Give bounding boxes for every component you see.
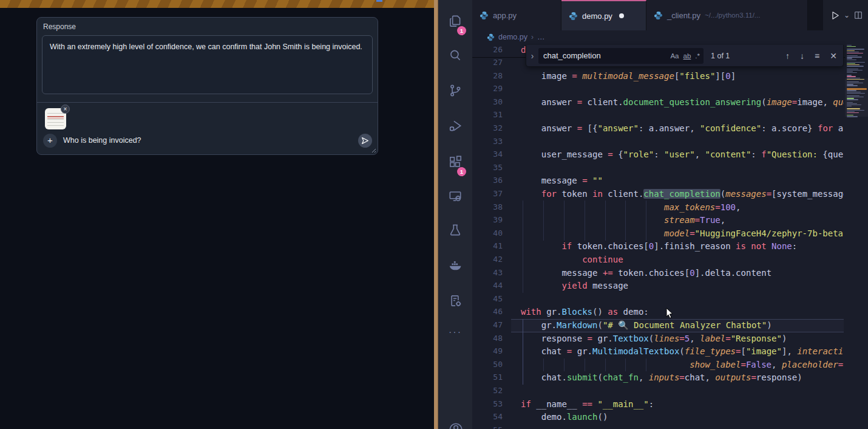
- remote-explorer-icon: [447, 188, 463, 204]
- sidebar-item-source-control[interactable]: [438, 77, 472, 106]
- remove-attachment-button[interactable]: ×: [61, 105, 70, 114]
- find-in-selection-button[interactable]: ≡: [815, 51, 819, 61]
- code-text: message = "": [521, 176, 603, 185]
- code-line-32[interactable]: 32 answer = [{"answer": a.answer, "confi…: [472, 122, 844, 136]
- sidebar-item-explorer[interactable]: 1: [438, 7, 472, 36]
- chat-input-text[interactable]: Who is being invoiced?: [63, 136, 141, 145]
- indent-guide: [564, 201, 565, 241]
- line-number: 32: [472, 123, 503, 132]
- code-text: chat.submit(chat_fn, inputs=chat, output…: [521, 372, 802, 382]
- breadcrumb-more[interactable]: …: [537, 33, 545, 41]
- breadcrumb[interactable]: demo.py › …: [472, 30, 868, 44]
- line-number: 31: [472, 110, 503, 119]
- code-text: message += token.choices[0].delta.conten…: [521, 268, 771, 278]
- code-line-31[interactable]: 31: [472, 109, 844, 122]
- code-line-41[interactable]: 41 if token.choices[0].finish_reason is …: [472, 240, 844, 253]
- regex-toggle[interactable]: .*: [695, 52, 700, 60]
- sidebar-item-extensions[interactable]: 1: [438, 148, 472, 177]
- indent-guide: [605, 359, 606, 371]
- stripe-bar-accent: [376, 0, 382, 2]
- line-number: 30: [472, 97, 503, 106]
- code-line-39[interactable]: 39 stream=True,: [472, 214, 844, 227]
- tab-label: demo.py: [582, 12, 612, 21]
- send-button[interactable]: [358, 134, 372, 148]
- python-file-icon: [654, 11, 663, 20]
- code-line-51[interactable]: 51 chat.submit(chat_fn, inputs=chat, out…: [472, 371, 844, 385]
- breadcrumb-file[interactable]: demo.py: [498, 33, 527, 41]
- code-line-45[interactable]: 45: [472, 293, 844, 306]
- previous-match-button[interactable]: ↑: [785, 51, 790, 61]
- invoice-thumbnail-image: [47, 111, 64, 127]
- minimap-line: [847, 52, 859, 52]
- tab-demo-py[interactable]: demo.py: [561, 0, 646, 30]
- response-label: Response: [43, 22, 76, 31]
- indent-guide: [605, 201, 606, 241]
- sidebar-item-testing[interactable]: [438, 216, 472, 245]
- code-line-42[interactable]: 42 continue: [472, 253, 844, 267]
- code-line-47[interactable]: 47 gr.Markdown("# 🔍 Document Analyzer Ch…: [472, 319, 844, 332]
- find-input[interactable]: chat_completion Aa ab .*: [538, 48, 704, 64]
- code-line-48[interactable]: 48 response = gr.Textbox(lines=5, label=…: [472, 332, 844, 346]
- code-line-36[interactable]: 36 message = "": [472, 174, 844, 188]
- code-text: stream=True,: [521, 215, 725, 225]
- code-line-49[interactable]: 49 chat = gr.MultimodalTextbox(file_type…: [472, 345, 844, 359]
- minimap-line: [847, 55, 858, 56]
- line-number: 49: [472, 346, 503, 355]
- code-line-28[interactable]: 28 image = multimodal_message["files"][0…: [472, 70, 844, 83]
- whole-word-toggle[interactable]: ab: [683, 52, 691, 60]
- code-line-37[interactable]: 37 for token in client.chat_completion(m…: [472, 188, 844, 201]
- attached-image-thumbnail[interactable]: ×: [45, 108, 66, 129]
- sidebar-item-run-debug[interactable]: [438, 112, 472, 141]
- sidebar-item-task-config[interactable]: [438, 287, 472, 316]
- minimap-slider[interactable]: [845, 78, 868, 117]
- minimap-line: [847, 53, 863, 53]
- code-line-30[interactable]: 30 answer = client.document_question_ans…: [472, 96, 844, 109]
- sidebar-item-docker[interactable]: [438, 252, 472, 281]
- find-query-text[interactable]: chat_completion: [543, 51, 666, 60]
- tab-description: ~/.../python3.11/...: [705, 12, 761, 19]
- indent-guide: [543, 359, 544, 371]
- code-line-52[interactable]: 52: [472, 385, 844, 398]
- code-line-44[interactable]: 44 yield message: [472, 280, 844, 293]
- tab-app-py[interactable]: app.py: [472, 0, 561, 30]
- code-text: image = multimodal_message["files"][0]: [521, 71, 736, 81]
- run-dropdown-chevron-icon[interactable]: ⌄: [844, 11, 850, 19]
- code-line-43[interactable]: 43 message += token.choices[0].delta.con…: [472, 267, 844, 280]
- extensions-badge: 1: [457, 167, 466, 176]
- toggle-replace-chevron-icon[interactable]: ›: [526, 51, 538, 61]
- code-line-29[interactable]: 29: [472, 83, 844, 96]
- sidebar-item-remote-explorer[interactable]: [438, 182, 472, 211]
- code-line-46[interactable]: 46with gr.Blocks() as demo:: [472, 306, 844, 319]
- run-button[interactable]: [830, 10, 840, 21]
- code-line-34[interactable]: 34 user_message = {"role": "user", "cont…: [472, 148, 844, 162]
- code-line-55[interactable]: 55: [472, 424, 844, 429]
- code-line-35[interactable]: 35: [472, 162, 844, 175]
- split-editor-button[interactable]: [853, 10, 863, 20]
- code-line-38[interactable]: 38 max_tokens=100,: [472, 201, 844, 214]
- gradio-app-window: Response With an extremely high level of…: [0, 0, 434, 429]
- line-number: 29: [472, 84, 503, 93]
- code-line-53[interactable]: 53if __name__ == "__main__":: [472, 398, 844, 411]
- line-number: 54: [472, 412, 503, 421]
- line-number: 55: [472, 425, 503, 429]
- sidebar-item-account[interactable]: [438, 416, 472, 429]
- source-control-icon: [447, 83, 463, 98]
- minimap-line: [847, 62, 865, 63]
- close-find-button[interactable]: ✕: [830, 51, 837, 61]
- code-text: chat = gr.MultimodalTextbox(file_types=[…: [521, 346, 844, 356]
- response-textarea[interactable]: With an extremely high level of confiden…: [42, 35, 373, 94]
- sidebar-item-search[interactable]: [438, 41, 472, 70]
- minimap[interactable]: [845, 35, 868, 218]
- code-editor[interactable]: 2728 image = multimodal_message["files"]…: [472, 44, 868, 429]
- code-line-54[interactable]: 54 demo.launch(): [472, 411, 844, 424]
- code-line-40[interactable]: 40 model="HuggingFaceH4/zephyr-7b-beta",: [472, 227, 844, 241]
- add-attachment-button[interactable]: +: [43, 134, 57, 148]
- code-text: continue: [521, 255, 623, 264]
- window-divider[interactable]: [434, 0, 438, 429]
- more-actions-button[interactable]: ···: [438, 327, 472, 345]
- code-line-50[interactable]: 50 show_label=False, placeholder=: [472, 359, 844, 372]
- next-match-button[interactable]: ↓: [800, 51, 804, 61]
- tab--client-py[interactable]: _client.py~/.../python3.11/...: [646, 0, 808, 30]
- match-case-toggle[interactable]: Aa: [670, 52, 679, 60]
- code-line-33[interactable]: 33: [472, 136, 844, 149]
